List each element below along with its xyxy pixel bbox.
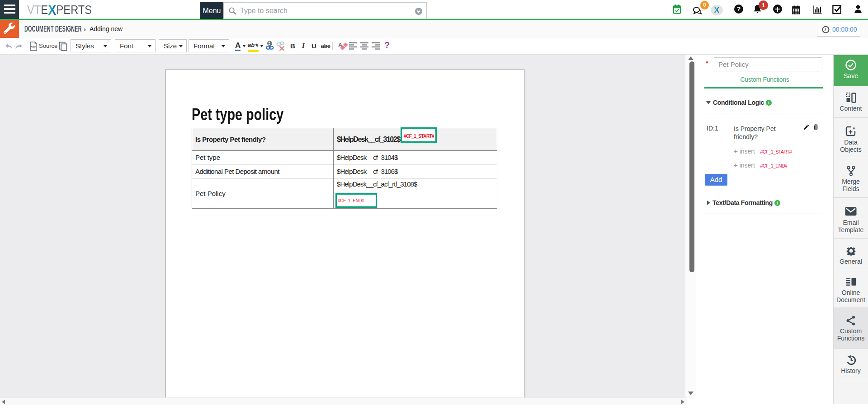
svg-text:</>: </> [31,45,36,49]
